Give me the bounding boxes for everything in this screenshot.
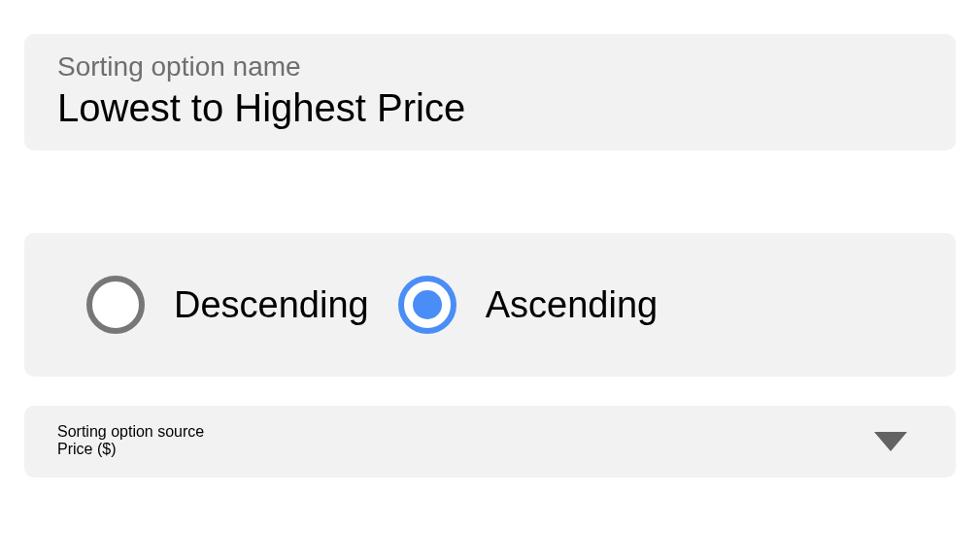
radio-label-descending: Descending xyxy=(174,284,369,326)
radio-icon xyxy=(398,276,456,334)
sorting-option-source-value: Price ($) xyxy=(57,441,923,458)
sorting-option-source-select[interactable]: Sorting option source Price ($) xyxy=(24,406,956,478)
sorting-option-name-value: Lowest to Highest Price xyxy=(57,84,923,131)
radio-icon xyxy=(86,276,145,334)
sorting-option-source-label: Sorting option source xyxy=(57,423,923,441)
sorting-option-name-card[interactable]: Sorting option name Lowest to Highest Pr… xyxy=(24,34,956,150)
sort-order-radio-group: Descending Ascending xyxy=(24,233,956,377)
svg-marker-0 xyxy=(874,432,907,451)
radio-option-ascending[interactable]: Ascending xyxy=(398,276,658,334)
sorting-option-name-label: Sorting option name xyxy=(57,51,923,82)
radio-option-descending[interactable]: Descending xyxy=(86,276,369,334)
chevron-down-icon xyxy=(874,432,907,451)
radio-label-ascending: Ascending xyxy=(486,284,658,326)
